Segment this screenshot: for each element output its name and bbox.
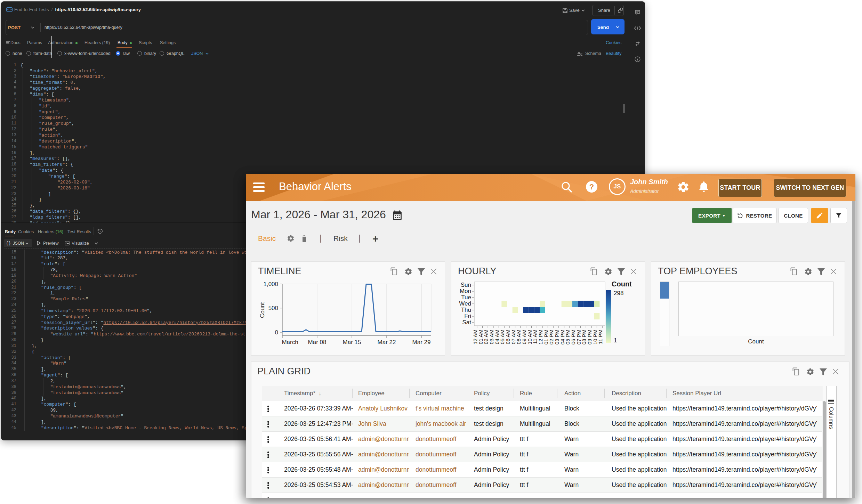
svg-text:04 PM: 04 PM — [559, 330, 565, 344]
svg-text:0: 0 — [275, 329, 278, 336]
svg-text:07 AM: 07 AM — [510, 330, 516, 344]
svg-text:10 PM: 10 PM — [592, 330, 598, 344]
svg-text:Count: Count — [259, 302, 266, 318]
svg-text:298: 298 — [614, 290, 623, 296]
svg-text:03 AM: 03 AM — [489, 330, 494, 344]
svg-text:Wed: Wed — [459, 300, 471, 307]
svg-text:05 PM: 05 PM — [565, 330, 571, 344]
svg-text:Sun: Sun — [461, 282, 471, 288]
svg-text:11 AM: 11 AM — [532, 330, 538, 344]
svg-text:Count: Count — [612, 280, 632, 288]
svg-text:1,000: 1,000 — [263, 281, 278, 287]
svg-text:Mar 29: Mar 29 — [412, 339, 431, 346]
svg-text:05 AM: 05 AM — [499, 330, 505, 344]
svg-text:09 PM: 09 PM — [587, 330, 593, 344]
svg-text:02 PM: 02 PM — [548, 330, 554, 344]
svg-text:Mar 08: Mar 08 — [308, 339, 327, 346]
svg-text:Tue: Tue — [461, 294, 471, 301]
svg-text:Mar 22: Mar 22 — [378, 339, 396, 346]
svg-text:12 PM: 12 PM — [538, 330, 543, 344]
svg-text:1: 1 — [614, 337, 617, 344]
svg-text:03 PM: 03 PM — [554, 330, 560, 344]
svg-text:09 AM: 09 AM — [521, 330, 527, 344]
svg-text:08 AM: 08 AM — [516, 330, 522, 344]
svg-text:Mar 15: Mar 15 — [343, 339, 361, 346]
svg-text:04 AM: 04 AM — [494, 330, 500, 344]
svg-text:08 PM: 08 PM — [581, 330, 587, 344]
svg-text:06 AM: 06 AM — [505, 330, 511, 344]
svg-text:Fri: Fri — [464, 313, 471, 319]
svg-text:12 AM: 12 AM — [472, 330, 478, 344]
svg-text:01 AM: 01 AM — [478, 330, 484, 344]
svg-text:March: March — [282, 339, 298, 346]
svg-text:02 AM: 02 AM — [483, 330, 489, 344]
svg-text:Mon: Mon — [460, 288, 471, 294]
svg-text:01 PM: 01 PM — [543, 330, 549, 344]
svg-text:500: 500 — [268, 305, 278, 311]
svg-text:Sat: Sat — [462, 319, 471, 326]
svg-text:11 PM: 11 PM — [597, 330, 603, 344]
svg-text:06 PM: 06 PM — [570, 330, 576, 344]
svg-text:07 PM: 07 PM — [576, 330, 582, 344]
svg-text:Thu: Thu — [461, 307, 471, 313]
svg-text:10 AM: 10 AM — [527, 330, 533, 344]
